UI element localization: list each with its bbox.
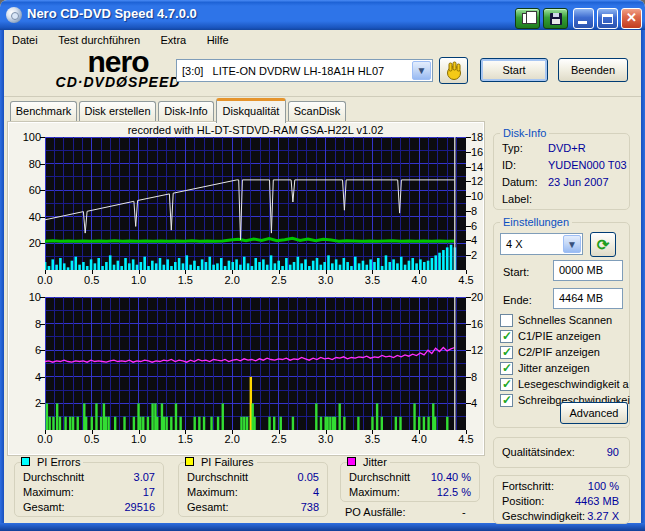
checkbox-c2-pif[interactable]: C2/PIF anzeigen [494, 345, 628, 360]
speed-select[interactable]: 4 X ▼ [500, 233, 583, 255]
settings-title: Einstellungen [500, 216, 572, 228]
drive-select-value: [3:0] LITE-ON DVDRW LH-18A1H HL07 [182, 65, 384, 77]
eject-disc-button[interactable] [439, 57, 468, 84]
menu-test-durchfuehren[interactable]: Test durchführen [50, 32, 148, 46]
checkbox-icon[interactable] [500, 346, 513, 359]
disk-info-title: Disk-Info [500, 127, 549, 139]
max-value: 17 [143, 486, 155, 498]
start-pos-label: Start: [503, 266, 529, 278]
avg-value: 0.05 [298, 471, 319, 483]
checkbox-jitter[interactable]: Jitter anzeigen [494, 361, 628, 376]
maximize-button[interactable] [597, 8, 618, 29]
progress-value: 100 % [588, 480, 619, 492]
checkbox-lesegeschwindigkeit[interactable]: Lesegeschwindigkeit a [494, 377, 628, 392]
speed-select-value: 4 X [506, 238, 523, 250]
close-button[interactable]: ✕ [621, 8, 642, 29]
progress-box: Fortschritt: 100 % Position: 4463 MB Ges… [493, 475, 630, 524]
checkbox-icon[interactable] [500, 394, 513, 407]
grid [45, 137, 466, 270]
disk-date-label: Datum: [502, 176, 537, 188]
pi-failures-legend-swatch [185, 457, 194, 466]
tab-diskqualitaet[interactable]: Diskqualität [216, 98, 286, 123]
copy-chart-button[interactable] [515, 8, 540, 29]
position-value: 4463 MB [575, 495, 619, 507]
tab-scandisk[interactable]: ScanDisk [288, 101, 346, 122]
max-label: Maximum: [349, 486, 400, 498]
refresh-button[interactable]: ⟳ [590, 232, 616, 257]
menu-hilfe[interactable]: Hilfe [199, 32, 237, 46]
avg-label: Durchschnitt [187, 471, 248, 483]
checkbox-schnelles-scannen[interactable]: Schnelles Scannen [494, 313, 628, 328]
po-failures-value: - [462, 506, 466, 518]
checkbox-label: Schnelles Scannen [518, 314, 630, 326]
close-icon: ✕ [622, 10, 641, 25]
menu-datei[interactable]: Datei [4, 32, 46, 46]
end-pos-label: Ende: [503, 294, 532, 306]
pi-errors-title: PI Errors [21, 456, 83, 468]
pi-failures-title: PI Failures [185, 456, 257, 468]
titlebar[interactable]: Nero CD-DVD Speed 4.7.0.0 ✕ [0, 0, 645, 30]
checkbox-icon[interactable] [500, 330, 513, 343]
advanced-button[interactable]: Advanced [560, 402, 628, 424]
drive-select[interactable]: [3:0] LITE-ON DVDRW LH-18A1H HL07 ▼ [176, 59, 433, 82]
avg-label: Durchschnitt [349, 471, 410, 483]
pi-errors-chart [45, 137, 466, 270]
checkbox-icon[interactable] [500, 378, 513, 391]
write-speed-line [45, 180, 455, 240]
disk-info-box: Disk-Info Typ: DVD+R ID: YUDEN000 T03 Da… [493, 133, 630, 210]
quit-button[interactable]: Beenden [558, 58, 628, 82]
max-value: 12.5 % [437, 486, 471, 498]
minimize-icon [578, 21, 587, 24]
tab-disk-info[interactable]: Disk-Info [158, 101, 214, 122]
checkbox-label: Jitter anzeigen [518, 362, 630, 374]
start-button[interactable]: Start [480, 58, 548, 82]
jitter-legend-swatch [347, 457, 356, 466]
chart-title: recorded with HL-DT-STDVD-RAM GSA-H22L v… [45, 124, 466, 136]
save-chart-button[interactable] [543, 8, 568, 29]
total-value: 738 [301, 501, 319, 513]
minimize-button[interactable] [573, 8, 594, 29]
total-label: Gesamt: [187, 501, 229, 513]
start-pos-input[interactable]: 0000 MB [553, 260, 623, 281]
checkbox-label: C1/PIE anzeigen [518, 330, 630, 342]
progress-label: Fortschritt: [502, 480, 554, 492]
window-border-bottom [0, 523, 645, 531]
disk-id-value: YUDEN000 T03 [548, 159, 627, 171]
speed-value: 3.27 X [587, 510, 619, 522]
copy-icon [522, 13, 531, 24]
burn-hand-icon [443, 60, 465, 82]
chevron-down-icon[interactable]: ▼ [563, 235, 581, 253]
avg-label: Durchschnitt [23, 471, 84, 483]
avg-value: 10.40 % [431, 471, 471, 483]
po-failures-label: PO Ausfälle: [345, 506, 406, 518]
jitter-title: Jitter [347, 456, 390, 468]
quality-index-value: 90 [607, 446, 619, 458]
pi-errors-title-text: PI Errors [37, 456, 80, 468]
checkbox-label: C2/PIF anzeigen [518, 346, 630, 358]
app-cd-icon [6, 7, 22, 23]
chevron-down-icon[interactable]: ▼ [412, 61, 431, 80]
pi-failures-title-text: PI Failures [201, 456, 254, 468]
max-value: 4 [313, 486, 319, 498]
total-value: 29516 [124, 501, 155, 513]
quality-index-box: Qualitätsindex: 90 [493, 437, 630, 468]
tab-benchmark[interactable]: Benchmark [10, 101, 77, 122]
end-pos-input[interactable]: 4464 MB [553, 288, 623, 309]
checkbox-c1-pie[interactable]: C1/PIE anzeigen [494, 329, 628, 344]
pi-errors-box: PI Errors Durchschnitt 3.07 Maximum: 17 … [14, 462, 164, 517]
tab-disk-erstellen[interactable]: Disk erstellen [79, 101, 156, 122]
maximize-icon [602, 14, 613, 24]
grid [45, 297, 466, 430]
jitter-box: Jitter Durchschnitt 10.40 % Maximum: 12.… [340, 462, 480, 502]
floppy-save-icon [550, 13, 562, 25]
quality-index-label: Qualitätsindex: [502, 446, 575, 458]
pi-failures-box: PI Failures Durchschnitt 0.05 Maximum: 4… [178, 462, 328, 517]
menu-extra[interactable]: Extra [153, 32, 195, 46]
disk-label-label: Label: [502, 193, 532, 205]
max-label: Maximum: [187, 486, 238, 498]
window-border-right [641, 30, 645, 523]
total-label: Gesamt: [23, 501, 65, 513]
speed-label: Geschwindigkeit: [502, 510, 585, 522]
checkbox-icon[interactable] [500, 362, 513, 375]
checkbox-icon[interactable] [500, 314, 513, 327]
